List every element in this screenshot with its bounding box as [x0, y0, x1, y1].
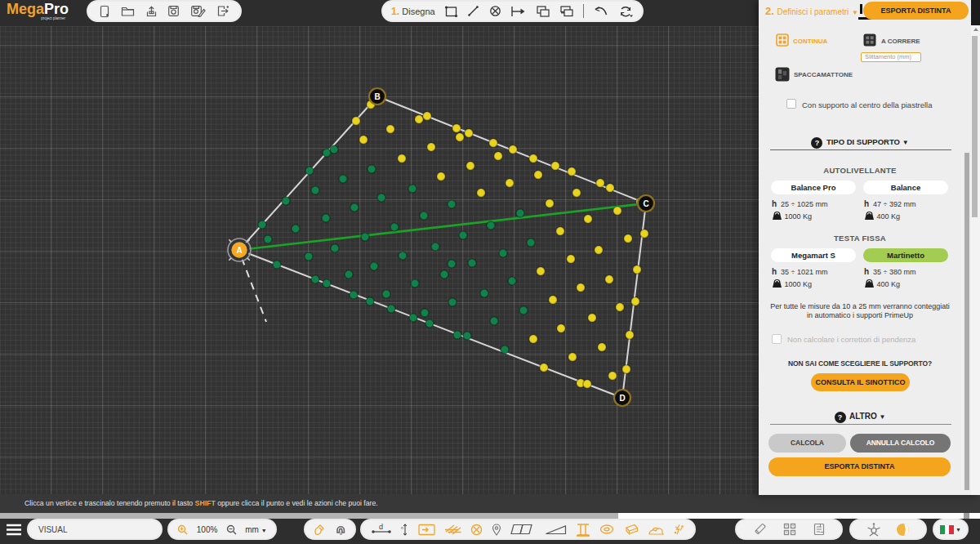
svg-text:B: B: [374, 92, 380, 101]
svg-text:A: A: [236, 246, 242, 255]
svg-text:C: C: [643, 199, 648, 208]
svg-text:D: D: [619, 394, 625, 403]
svg-text:a: a: [340, 531, 342, 536]
svg-text:n: n: [401, 525, 403, 530]
svg-text:d: d: [379, 524, 383, 531]
